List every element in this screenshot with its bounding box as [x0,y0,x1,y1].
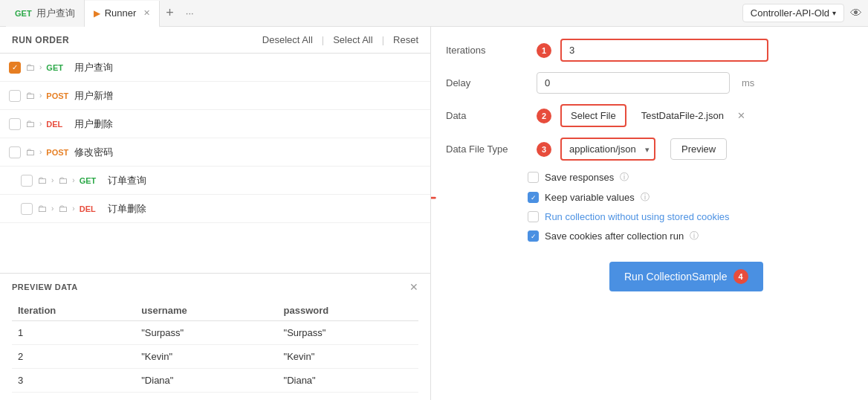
method-label-1: POST [46,91,70,100]
col-iteration: Iteration [12,300,135,321]
run-button-row: Run CollectionSample 4 [446,253,853,291]
main-area: RUN ORDER Deselect All | Select All | Re… [0,27,868,400]
request-item[interactable]: 🗀 › POST 修改密码 [0,138,430,167]
run-order-title: RUN ORDER [12,35,69,45]
data-label: Data [446,110,528,121]
delay-label: Delay [446,77,528,88]
preview-button[interactable]: Preview [670,138,727,160]
iterations-input[interactable] [560,39,768,62]
run-order-header: RUN ORDER Deselect All | Select All | Re… [0,27,430,54]
iterations-label: Iterations [446,45,528,56]
request-checkbox-1[interactable] [9,90,21,102]
step-badge-4: 4 [733,269,748,284]
tab-runner-close[interactable]: ✕ [143,8,150,18]
folder-icon-1: 🗀 [25,90,35,101]
request-item[interactable]: 🗀 › DEL 用户删除 [0,110,430,138]
save-cookies-checkbox[interactable] [528,230,539,242]
folder-icon-2: 🗀 [25,118,35,129]
requests-list: 🗀 › GET 用户查询 🗀 › POST 用户新增 🗀 › DEL 用户删除 [0,54,430,273]
request-checkbox-0[interactable] [9,62,21,74]
preview-close-button[interactable]: ✕ [409,281,418,293]
tab-get-users[interactable]: GET 用户查询 [6,0,85,27]
tab-add-button[interactable]: + [160,5,180,21]
save-responses-checkbox[interactable] [528,172,539,183]
chevron-down-icon: ▾ [832,9,836,17]
folder-icon-4b: 🗀 [58,175,68,186]
tab-runner-label: Runner [105,7,137,19]
file-remove-button[interactable]: ✕ [737,110,745,121]
step-badge-2: 2 [537,109,551,123]
request-checkbox-5[interactable] [21,203,33,215]
iterations-row: Iterations 1 [446,39,853,62]
col-password: password [278,300,418,321]
tab-get-users-label: 用户查询 [36,7,75,20]
save-responses-row: Save responses ⓘ [446,171,853,184]
separator-1: | [322,34,324,45]
step-badge-3: 3 [537,142,551,157]
save-responses-info-icon[interactable]: ⓘ [620,171,629,184]
keep-variable-label: Keep variable values [545,192,635,203]
save-cookies-label: Save cookies after collection run [545,230,684,242]
table-row: 1"Surpass""Surpass" [12,321,418,345]
method-label-5: DEL [80,204,103,213]
file-name-display: TestDataFile-2.json [641,110,724,121]
table-row: 2"Kevin""Kevin" [12,345,418,369]
request-item[interactable]: 🗀 › 🗀 › GET 订单查询 [0,167,430,195]
separator-2: | [382,34,384,45]
method-label-3: POST [46,148,70,157]
select-file-button[interactable]: Select File [560,104,626,127]
collection-selector[interactable]: Controller-API-Old ▾ [742,4,844,22]
chevron-icon-4b: › [72,176,74,184]
select-all-button[interactable]: Select All [333,34,372,45]
method-label-4: GET [80,176,103,185]
deselect-all-button[interactable]: Deselect All [262,34,313,45]
request-checkbox-2[interactable] [9,118,21,130]
run-without-cookies-checkbox[interactable] [528,211,539,222]
save-cookies-info-icon[interactable]: ⓘ [690,230,699,242]
run-collection-button[interactable]: Run CollectionSample 4 [609,262,763,291]
tab-runner[interactable]: ▶ Runner ✕ [85,1,161,28]
collection-name: Controller-API-Old [751,7,829,19]
tab-bar: GET 用户查询 ▶ Runner ✕ + ··· Controller-API… [0,0,868,27]
file-type-select[interactable]: application/json text/csv [560,138,655,161]
eye-icon[interactable]: 👁 [850,7,862,20]
keep-variable-checkbox[interactable] [528,192,539,203]
request-name-1: 用户新增 [74,89,113,103]
col-username: username [135,300,277,321]
reset-button[interactable]: Reset [393,34,418,45]
tab-right-area: Controller-API-Old ▾ 👁 [742,4,862,22]
folder-icon-0: 🗀 [25,62,35,73]
preview-data-header: PREVIEW DATA ✕ [12,281,418,293]
arrow-indicator: ➜ [431,188,437,207]
data-row: Data 2 Select File TestDataFile-2.json ✕ [446,104,853,127]
run-without-cookies-label: Run collection without using stored cook… [545,211,730,222]
chevron-icon-2: › [39,120,42,128]
request-name-2: 用户删除 [74,117,113,131]
request-name-3: 修改密码 [74,146,113,159]
save-responses-label: Save responses [545,172,614,183]
data-file-type-row: Data File Type 3 application/json text/c… [446,138,853,161]
preview-data-section: PREVIEW DATA ✕ Iteration username passwo… [0,273,430,400]
chevron-icon-4: › [51,176,54,184]
keep-variable-row: ➜ Keep variable values ⓘ [446,191,853,204]
step-badge-1: 1 [537,43,551,58]
folder-icon-5: 🗀 [37,203,47,214]
request-checkbox-4[interactable] [21,175,33,187]
folder-icon-3: 🗀 [25,146,35,158]
delay-input[interactable] [537,72,730,94]
run-order-actions: Deselect All | Select All | Reset [262,34,418,45]
request-item[interactable]: 🗀 › 🗀 › DEL 订单删除 [0,195,430,223]
tab-more-button[interactable]: ··· [180,7,200,19]
method-label-2: DEL [46,120,70,129]
data-file-type-label: Data File Type [446,143,528,155]
folder-icon-4: 🗀 [37,175,47,186]
request-checkbox-3[interactable] [9,146,21,158]
chevron-icon-0: › [39,63,42,71]
keep-variable-info-icon[interactable]: ⓘ [641,191,650,204]
request-name-0: 用户查询 [74,61,113,74]
delay-suffix: ms [742,77,754,88]
request-item[interactable]: 🗀 › POST 用户新增 [0,82,430,110]
request-name-5: 订单删除 [108,202,146,216]
chevron-icon-5b: › [72,204,74,213]
request-item[interactable]: 🗀 › GET 用户查询 [0,54,430,82]
